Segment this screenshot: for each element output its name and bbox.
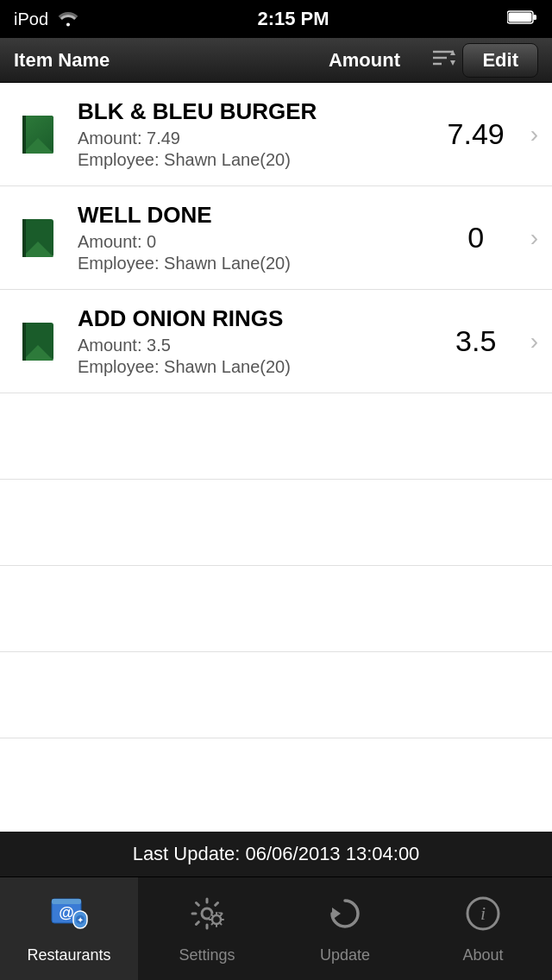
sort-icon[interactable]: [424, 48, 462, 72]
tab-restaurants-label: Restaurants: [27, 946, 110, 964]
svg-text:i: i: [480, 902, 486, 924]
svg-text:@: @: [59, 904, 74, 921]
list-item[interactable]: WELL DONE Amount: 0 Employee: Shawn Lane…: [0, 186, 552, 290]
item-amount-label-3: Amount: 3.5: [78, 336, 429, 355]
about-icon: i: [463, 894, 503, 941]
item-employee-3: Employee: Shawn Lane(20): [78, 357, 429, 377]
column-headers: Item Name Amount Edit: [0, 38, 552, 83]
svg-marker-27: [332, 908, 341, 920]
last-update-text: Last Update: 06/06/2013 13:04:00: [133, 843, 420, 865]
list-item[interactable]: ADD ONION RINGS Amount: 3.5 Employee: Sh…: [0, 290, 552, 393]
item-icon-1: [14, 110, 62, 159]
settings-icon: [187, 894, 227, 941]
device-label: iPod: [14, 9, 48, 29]
bottom-status: Last Update: 06/06/2013 13:04:00: [0, 832, 552, 876]
col-item-name-header: Item Name: [14, 49, 304, 72]
svg-rect-17: [22, 323, 26, 361]
edit-button[interactable]: Edit: [462, 43, 538, 78]
svg-rect-14: [22, 219, 26, 257]
item-name-1: BLK & BLEU BURGER: [78, 98, 429, 125]
tab-about[interactable]: i About: [414, 877, 552, 980]
tab-bar: @ ✦ Restaurants Settings: [0, 876, 552, 980]
empty-row: [0, 393, 552, 480]
item-icon-2: [14, 214, 62, 262]
svg-rect-11: [22, 116, 26, 154]
col-amount-header: Amount: [304, 49, 424, 72]
battery-icon: [507, 9, 538, 29]
main-content: Item Name Amount Edit: [0, 38, 552, 876]
item-name-3: ADD ONION RINGS: [78, 305, 429, 332]
wifi-icon: [57, 8, 79, 31]
item-name-2: WELL DONE: [78, 202, 429, 229]
list-container: BLK & BLEU BURGER Amount: 7.49 Employee:…: [0, 83, 552, 738]
tab-about-label: About: [462, 946, 503, 964]
status-left: iPod: [14, 8, 79, 31]
restaurants-icon: @ ✦: [49, 894, 89, 941]
status-bar: iPod 2:15 PM: [0, 0, 552, 38]
chevron-right-icon-3: ›: [530, 328, 538, 355]
tab-update-label: Update: [320, 946, 370, 964]
tab-settings[interactable]: Settings: [138, 877, 276, 980]
status-time: 2:15 PM: [257, 8, 329, 30]
item-icon-3: [14, 317, 62, 366]
item-employee-1: Employee: Shawn Lane(20): [78, 150, 429, 170]
empty-row: [0, 566, 552, 652]
item-employee-2: Employee: Shawn Lane(20): [78, 254, 429, 273]
item-amount-label-1: Amount: 7.49: [78, 129, 429, 148]
update-icon: [325, 894, 365, 941]
item-info-3: ADD ONION RINGS Amount: 3.5 Employee: Sh…: [78, 305, 429, 377]
item-info-1: BLK & BLEU BURGER Amount: 7.49 Employee:…: [78, 98, 429, 170]
empty-row: [0, 652, 552, 738]
empty-row: [0, 480, 552, 566]
item-amount-value-3: 3.5: [429, 324, 524, 358]
svg-text:✦: ✦: [77, 915, 84, 925]
tab-update[interactable]: Update: [276, 877, 414, 980]
item-amount-value-2: 0: [429, 221, 524, 254]
svg-rect-2: [533, 15, 536, 20]
tab-settings-label: Settings: [179, 946, 235, 964]
chevron-right-icon-1: ›: [530, 121, 538, 148]
list-item[interactable]: BLK & BLEU BURGER Amount: 7.49 Employee:…: [0, 83, 552, 186]
item-amount-value-1: 7.49: [429, 117, 524, 151]
svg-rect-1: [509, 12, 532, 22]
chevron-right-icon-2: ›: [530, 224, 538, 252]
item-amount-label-2: Amount: 0: [78, 232, 429, 252]
item-info-2: WELL DONE Amount: 0 Employee: Shawn Lane…: [78, 202, 429, 273]
tab-restaurants[interactable]: @ ✦ Restaurants: [0, 877, 138, 980]
svg-marker-7: [450, 60, 455, 66]
